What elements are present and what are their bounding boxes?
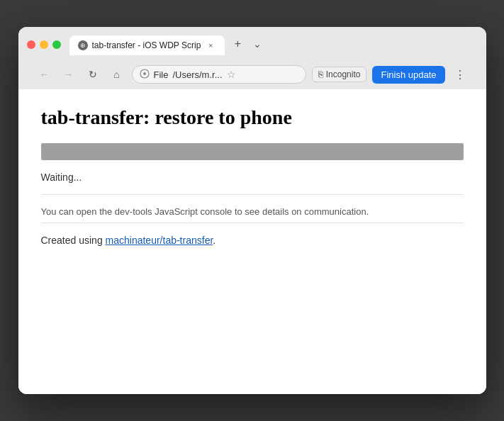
protocol-icon [140,69,150,80]
tab-expand-area: ⌄ [247,34,267,54]
divider-1 [41,194,464,195]
svg-point-1 [143,72,146,75]
incognito-badge: ⎘ Incognito [312,67,367,82]
finish-update-button[interactable]: Finish update [372,66,444,84]
url-bar[interactable]: File /Users/m.r... ☆ [132,65,306,84]
incognito-label: Incognito [326,69,361,79]
credit-prefix: Created using [41,235,106,246]
divider-2 [41,223,464,223]
active-tab[interactable]: ⊕ tab-transfer - iOS WDP Scrip × [69,35,225,55]
new-tab-button[interactable]: + [228,34,247,54]
more-options-button[interactable]: ⋮ [451,65,469,84]
hint-text: You can open the dev-tools JavaScript co… [41,206,464,217]
url-protocol-label: File [154,69,169,80]
title-bar: ⊕ tab-transfer - iOS WDP Scrip × + ⌄ ← →… [18,27,486,89]
browser-window: ⊕ tab-transfer - iOS WDP Scrip × + ⌄ ← →… [18,27,486,394]
status-text: Waiting... [41,172,464,183]
tab-favicon-icon: ⊕ [78,40,88,50]
traffic-lights [27,40,61,49]
credit-link[interactable]: machinateur/tab-transfer [106,235,213,246]
progress-bar-container [41,143,464,160]
forward-button[interactable]: → [60,65,78,84]
back-button[interactable]: ← [35,65,54,84]
progress-bar-fill [41,143,464,160]
minimize-window-button[interactable] [40,40,48,49]
home-button[interactable]: ⌂ [108,65,126,84]
url-path: /Users/m.r... [172,69,222,80]
credit-text: Created using machinateur/tab-transfer. [41,235,464,246]
credit-suffix: . [213,235,215,246]
tab-close-button[interactable]: × [205,40,216,51]
page-title: tab-transfer: restore to phone [41,106,464,129]
refresh-button[interactable]: ↻ [84,65,102,84]
close-window-button[interactable] [27,40,35,49]
page-content: tab-transfer: restore to phone Waiting..… [18,89,486,394]
tab-title: tab-transfer - iOS WDP Scrip [92,40,201,50]
tab-bar: ⊕ tab-transfer - iOS WDP Scrip × + ⌄ [69,34,268,55]
maximize-window-button[interactable] [52,40,61,49]
bookmark-star-icon[interactable]: ☆ [227,69,236,80]
traffic-lights-row: ⊕ tab-transfer - iOS WDP Scrip × + ⌄ [27,34,478,55]
incognito-icon: ⎘ [318,69,323,79]
tab-expand-button[interactable]: ⌄ [253,38,262,50]
address-bar: ← → ↻ ⌂ File /Users/m.r... ☆ ⎘ Incognito [27,61,478,89]
